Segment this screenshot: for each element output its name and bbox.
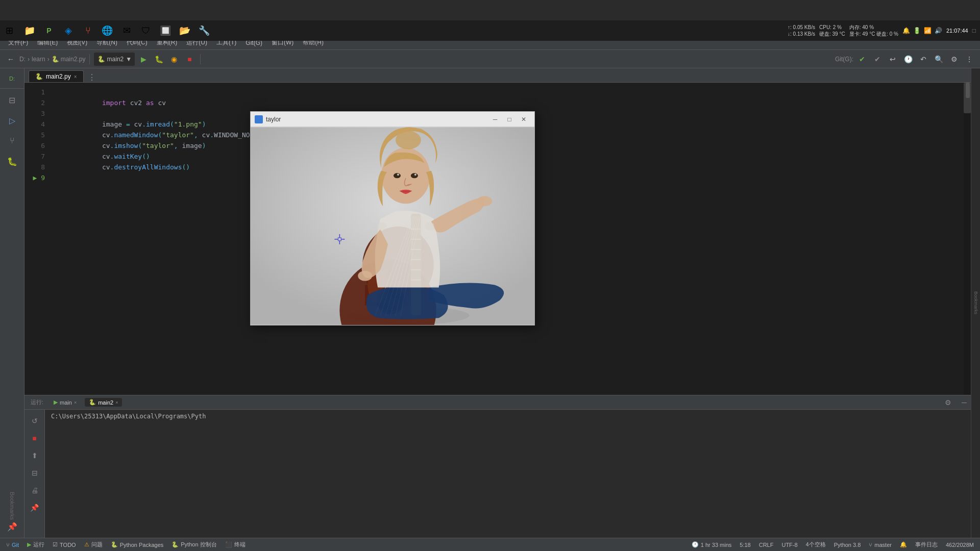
taskbar-app-misc2[interactable]: 📂 [176, 21, 194, 40]
toolbar-run-config-btn[interactable]: 🐍 main2 ▼ [94, 53, 135, 66]
terminal-side-tree-btn[interactable]: ⊟ [28, 466, 42, 480]
python-console-icon: 🐍 [172, 541, 179, 548]
terminal-tab-main2[interactable]: 🐍 main2 × [85, 398, 122, 407]
taskbar-app-mail[interactable]: ✉ [117, 21, 136, 40]
terminal-tab-main2-close[interactable]: × [115, 400, 118, 405]
statusbar-todo[interactable]: ☑ TODO [51, 538, 78, 551]
terminal-side-stop-btn[interactable]: ■ [28, 431, 42, 445]
toolbar-settings-btn[interactable]: ⚙ [947, 53, 961, 66]
statusbar-problems[interactable]: ⚠ 问题 [82, 538, 105, 551]
taylor-figure-svg [251, 127, 534, 325]
statusbar-python-console[interactable]: 🐍 Python 控制台 [169, 538, 218, 551]
bookmarks-sidebar[interactable]: Bookmarks [971, 68, 980, 538]
error-marker [966, 83, 970, 98]
toolbar-run-btn[interactable]: ▶ [137, 53, 150, 66]
sidebar-project-icon[interactable]: D: [0, 70, 24, 89]
taskbar-app-shield[interactable]: 🛡 [137, 21, 155, 40]
terminal-body-wrapper: ↺ ■ ⬆ ⊟ 🖨 📌 C:\Users\25313\AppData\Local… [24, 410, 971, 538]
taylor-maximize-btn[interactable]: □ [503, 114, 516, 125]
problems-label: 问题 [91, 541, 103, 548]
taskbar-right: ↑: 0.05 KB/s ↓: 0.13 KB/s CPU: 2 % 硬盘: 3… [783, 24, 980, 37]
toolbar-git-check-btn[interactable]: ✔ [871, 53, 884, 66]
terminal-close-btn[interactable]: ─ [962, 398, 967, 407]
time-stat-label: 1 hr 33 mins [701, 542, 732, 548]
svg-point-29 [394, 173, 401, 178]
left-sidebar: D: ⊟ ▷ ⑂ 🐛 Bookmarks 📌 [0, 68, 24, 538]
statusbar-notifications[interactable]: 🔔 [898, 538, 909, 551]
python-console-label: Python 控制台 [181, 541, 216, 548]
line-count-value: 462/2028M [946, 542, 974, 548]
disk-temp-stat: 硬盘: 39 °C [819, 31, 845, 37]
statusbar-python-packages[interactable]: 🐍 Python Packages [109, 538, 166, 551]
sidebar-debug-icon[interactable]: 🐛 [3, 152, 21, 170]
start-button[interactable]: ⊞ [0, 21, 18, 40]
statusbar-git-branch[interactable]: ⑂ master [867, 538, 894, 551]
terminal-gear-btn[interactable]: ⚙ [945, 398, 951, 407]
editor-scrollbar[interactable] [964, 83, 971, 395]
taskbar-app-edge[interactable]: 🌐 [98, 21, 116, 40]
statusbar-event-log[interactable]: 事件日志 [913, 538, 940, 551]
sidebar-structure-icon[interactable]: ⊟ [3, 91, 21, 109]
terminal-side-restore-btn[interactable]: ⬆ [28, 448, 42, 463]
taskbar-app-git[interactable]: ⑂ [79, 21, 97, 40]
toolbar-sep-1 [89, 54, 90, 64]
toolbar: ← D: › learn › 🐍 main2.py 🐍 main2 ▼ ▶ 🐛 … [0, 50, 980, 68]
taskbar-app-folder[interactable]: 📁 [20, 21, 39, 40]
taylor-close-btn[interactable]: ✕ [517, 114, 530, 125]
toolbar-git-back-btn[interactable]: ↶ [917, 53, 930, 66]
toolbar-more-btn[interactable]: ⋮ [963, 53, 976, 66]
gpu-temp-stat: 显卡: 49 °C 硬盘: 0 % [849, 31, 898, 37]
toolbar-search-btn[interactable]: 🔍 [932, 53, 945, 66]
event-log-label: 事件日志 [915, 541, 938, 548]
sidebar-git-icon[interactable]: ⑂ [3, 132, 21, 150]
statusbar-line-ending[interactable]: CRLF [757, 538, 776, 551]
taylor-minimize-btn[interactable]: ─ [488, 114, 502, 125]
terminal-side-pin-btn[interactable]: 📌 [28, 500, 42, 515]
toolbar-git-label: Git(G): [835, 56, 853, 63]
line-numbers: 1 2 3 4 5 6 7 8 ▶ 9 [24, 83, 50, 395]
notification-icon[interactable]: □ [972, 27, 976, 34]
sidebar-run-icon[interactable]: ▷ [3, 111, 21, 130]
statusbar-terminal[interactable]: ⬛ 终端 [223, 538, 248, 551]
terminal-output: C:\Users\25313\AppData\Local\Programs\Py… [51, 413, 206, 420]
toolbar-debug-btn[interactable]: 🐛 [152, 53, 165, 66]
tab-close-btn[interactable]: × [74, 74, 77, 80]
toolbar-git-commit-btn[interactable]: ✔ [855, 53, 869, 66]
tab-main2-py[interactable]: 🐍 main2.py × [29, 70, 84, 82]
taylor-window-titlebar: ● taylor ─ □ ✕ [251, 112, 534, 127]
terminal-tab-main[interactable]: ▶ main × [50, 398, 81, 407]
statusbar-git[interactable]: ⑂ Git [4, 538, 21, 551]
sidebar-bookmarks-icon[interactable]: Bookmarks [3, 497, 21, 515]
taskbar-app-vscode[interactable]: ◈ [59, 21, 78, 40]
toolbar-coverage-btn[interactable]: ◉ [167, 53, 181, 66]
toolbar-stop-btn[interactable]: ■ [183, 53, 196, 66]
toolbar-git-revert-btn[interactable]: ↩ [886, 53, 899, 66]
code-line-1: import cv2 as cv [54, 87, 964, 97]
add-tab-btn[interactable]: ⋮ [86, 72, 98, 82]
terminal-text[interactable]: C:\Users\25313\AppData\Local\Programs\Py… [45, 410, 971, 538]
terminal-side-rerun-btn[interactable]: ↺ [28, 414, 42, 428]
terminal-tab-main-label: main [60, 399, 72, 406]
statusbar-encoding[interactable]: UTF-8 [779, 538, 799, 551]
svg-point-32 [414, 173, 416, 176]
terminal-tab-main-close[interactable]: × [74, 400, 77, 405]
run-icon-main2: 🐍 [89, 399, 96, 406]
run-icon-main: ▶ [54, 399, 58, 406]
terminal-side-print-btn[interactable]: 🖨 [28, 483, 42, 497]
statusbar-indent[interactable]: 4个空格 [804, 538, 828, 551]
taskbar-app-pycharm[interactable]: P [40, 21, 58, 40]
statusbar-run[interactable]: ▶ 运行 [25, 538, 46, 551]
svg-point-26 [358, 271, 372, 281]
python-packages-icon: 🐍 [111, 541, 118, 548]
statusbar: ⑂ Git ▶ 运行 ☑ TODO ⚠ 问题 🐍 Python Packages… [0, 538, 980, 551]
ide-window: ⊞ 📁 P ◈ ⑂ 🌐 ✉ 🛡 🔲 📂 🔧 ↑: 0.05 KB/s ↓: 0.… [0, 20, 980, 551]
statusbar-language[interactable]: Python 3.8 [832, 538, 863, 551]
sidebar-bottom-icon[interactable]: 📌 [3, 517, 21, 536]
taskbar-app-misc3[interactable]: 🔧 [195, 21, 213, 40]
terminal-label: 运行: [29, 397, 45, 407]
svg-point-25 [477, 196, 492, 206]
toolbar-git-history-btn[interactable]: 🕐 [901, 53, 915, 66]
taskbar-app-misc1[interactable]: 🔲 [156, 21, 175, 40]
mem-stat: 内存: 40 % [849, 24, 898, 31]
toolbar-back-btn[interactable]: ← [4, 53, 17, 66]
